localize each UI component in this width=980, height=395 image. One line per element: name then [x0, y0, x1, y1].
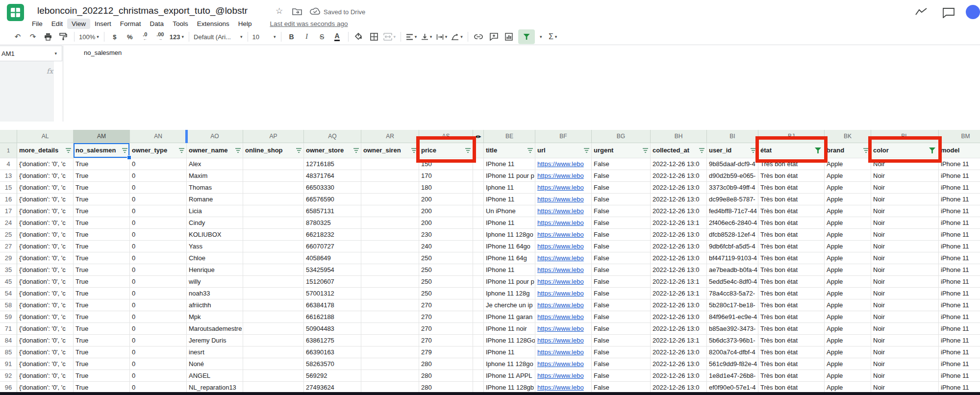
cell-owner_name-13[interactable]: Maxim [187, 170, 243, 182]
cell-collected_at-24[interactable]: 2022-12-26 13:1 [651, 217, 707, 229]
cell-more_details-16[interactable]: {'donation': '0', 'c [17, 194, 74, 205]
menu-extensions[interactable]: Extensions [193, 19, 234, 29]
column-letter-BE[interactable]: BE [484, 130, 535, 143]
horizontal-align-icon[interactable]: ▾ [405, 31, 417, 43]
cell-online_shop-85[interactable] [243, 346, 304, 358]
cell-owner_store-15[interactable]: 66503330 [304, 182, 361, 194]
bold-button[interactable]: B [286, 31, 298, 43]
cell-etat-15[interactable]: Très bon état [758, 182, 825, 194]
row-header-15[interactable]: 15 [0, 182, 17, 194]
column-letter-AQ[interactable]: AQ [304, 130, 361, 143]
menu-edit[interactable]: Edit [47, 19, 67, 29]
cell-no_salesmen-25[interactable]: True [74, 229, 130, 241]
cell-urgent-59[interactable]: False [592, 311, 651, 323]
cell-etat-17[interactable]: Très bon état [758, 205, 825, 217]
cell-owner_type-16[interactable]: 0 [130, 194, 187, 205]
cell-title-59[interactable]: IPhone 11 garan [484, 311, 535, 323]
cell-owner_siren-45[interactable] [361, 276, 419, 288]
field-header-collected_at[interactable]: collected_at [651, 143, 707, 158]
row-header-4[interactable]: 4 [0, 158, 17, 170]
column-letter-BG[interactable]: BG [592, 130, 651, 143]
cell-gap-35[interactable] [473, 264, 484, 276]
cell-model-13[interactable]: iPhone 11 [939, 170, 980, 182]
text-wrap-icon[interactable]: ▾ [436, 31, 448, 43]
cell-owner_name-85[interactable]: inesrt [187, 346, 243, 358]
cell-more_details-84[interactable]: {'donation': '0', 'c [17, 335, 74, 346]
select-all-corner[interactable] [0, 130, 17, 143]
cell-no_salesmen-59[interactable]: True [74, 311, 130, 323]
filter-views-caret[interactable]: ▾ [540, 34, 542, 39]
row-header-59[interactable]: 59 [0, 311, 17, 323]
field-header-price[interactable]: price [419, 143, 473, 158]
cell-brand-45[interactable]: Apple [825, 276, 871, 288]
cell-model-59[interactable]: iPhone 11 [939, 311, 980, 323]
cell-collected_at-13[interactable]: 2022-12-26 13:0 [651, 170, 707, 182]
column-letter-AN[interactable]: AN [130, 130, 187, 143]
cell-no_salesmen-24[interactable]: True [74, 217, 130, 229]
cell-color-17[interactable]: Noir [871, 205, 939, 217]
cell-color-58[interactable]: Noir [871, 299, 939, 311]
cell-no_salesmen-15[interactable]: True [74, 182, 130, 194]
cell-owner_name-92[interactable]: ANGEL [187, 370, 243, 382]
cell-gap-59[interactable] [473, 311, 484, 323]
row-header-24[interactable]: 24 [0, 217, 17, 229]
cell-model-58[interactable]: iPhone 11 [939, 299, 980, 311]
cell-user_id-29[interactable]: bf447119-9103-4 [707, 252, 758, 264]
cell-no_salesmen-16[interactable]: True [74, 194, 130, 205]
cell-collected_at-16[interactable]: 2022-12-26 13:0 [651, 194, 707, 205]
cell-no_salesmen-84[interactable]: True [74, 335, 130, 346]
cell-title-85[interactable]: IPhone 11 [484, 346, 535, 358]
filter-button-more_details[interactable] [66, 148, 71, 153]
cell-user_id-59[interactable]: 84f96e91-ec9e-4 [707, 311, 758, 323]
filter-button-owner_type[interactable] [179, 148, 184, 153]
cell-owner_name-15[interactable]: Thomas [187, 182, 243, 194]
create-filter-button[interactable] [518, 29, 535, 44]
field-header-owner_type[interactable]: owner_type [130, 143, 187, 158]
cell-owner_name-27[interactable]: Yass [187, 241, 243, 252]
text-color-button[interactable]: A [331, 31, 343, 43]
cell-owner_siren-15[interactable] [361, 182, 419, 194]
cell-no_salesmen-92[interactable]: True [74, 370, 130, 382]
cell-owner_name-24[interactable]: Cindy [187, 217, 243, 229]
cell-price-25[interactable]: 230 [419, 229, 473, 241]
cell-price-16[interactable]: 200 [419, 194, 473, 205]
cell-brand-27[interactable]: Apple [825, 241, 871, 252]
cell-etat-45[interactable]: Très bon état [758, 276, 825, 288]
cell-owner_name-84[interactable]: Jeremy Duris [187, 335, 243, 346]
cell-price-13[interactable]: 170 [419, 170, 473, 182]
menu-tools[interactable]: Tools [168, 19, 193, 29]
cell-etat-27[interactable]: Très bon état [758, 241, 825, 252]
filter-button-owner_siren[interactable] [411, 148, 417, 153]
filter-button-price[interactable] [465, 148, 471, 153]
filter-button-online_shop[interactable] [296, 148, 302, 153]
cell-color-13[interactable]: Noir [871, 170, 939, 182]
cell-user_id-85[interactable]: 8200a7c4-dfbf-4 [707, 346, 758, 358]
cell-model-29[interactable]: iPhone 11 [939, 252, 980, 264]
cell-url-59[interactable]: https://www.lebo [535, 311, 592, 323]
row-header-35[interactable]: 35 [0, 264, 17, 276]
cell-url-58[interactable]: https://www.lebo [535, 299, 592, 311]
cell-collected_at-84[interactable]: 2022-12-26 13:1 [651, 335, 707, 346]
filter-button-no_salesmen[interactable] [122, 148, 127, 153]
cell-no_salesmen-17[interactable]: True [74, 205, 130, 217]
cell-urgent-29[interactable]: False [592, 252, 651, 264]
cell-owner_store-54[interactable]: 57001312 [304, 288, 361, 299]
cell-color-45[interactable]: Noir [871, 276, 939, 288]
cell-brand-71[interactable]: Apple [825, 323, 871, 335]
cell-title-54[interactable]: Iphone 11 128g [484, 288, 535, 299]
cell-collected_at-71[interactable]: 2022-12-26 13:0 [651, 323, 707, 335]
cell-online_shop-29[interactable] [243, 252, 304, 264]
cell-brand-54[interactable]: Apple [825, 288, 871, 299]
cell-brand-92[interactable]: Apple [825, 370, 871, 382]
cell-more_details-25[interactable]: {'donation': '0', 'c [17, 229, 74, 241]
number-format-menu[interactable]: 123▾ [170, 31, 184, 43]
formula-input[interactable]: no_salesmen [63, 46, 980, 122]
cell-user_id-15[interactable]: 3373c0b9-49ff-4 [707, 182, 758, 194]
filter-button-owner_store[interactable] [353, 148, 359, 153]
cell-etat-92[interactable]: Très bon état [758, 370, 825, 382]
cell-owner_siren-35[interactable] [361, 264, 419, 276]
cell-more_details-91[interactable]: {'donation': '0', 'c [17, 358, 74, 370]
cell-model-91[interactable]: iPhone 11 [939, 358, 980, 370]
cell-urgent-91[interactable]: False [592, 358, 651, 370]
column-letter-AM[interactable]: AM [74, 130, 130, 143]
